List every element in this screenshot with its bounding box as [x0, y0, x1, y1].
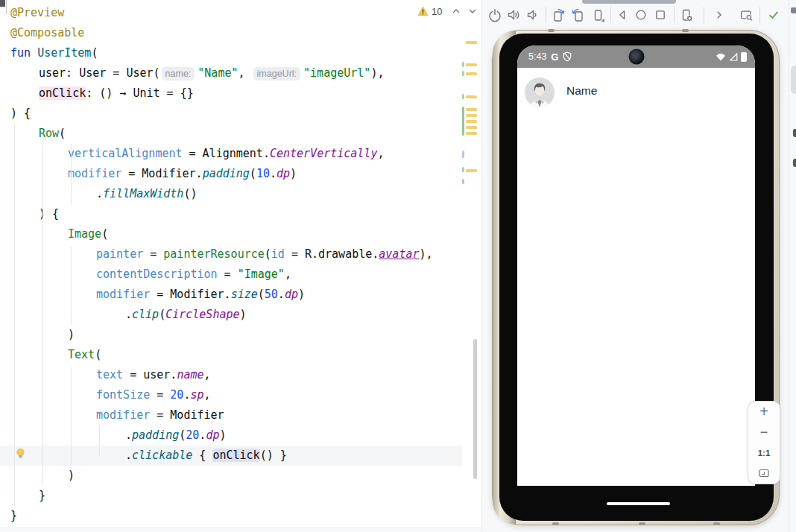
previous-problem-icon[interactable]	[449, 5, 463, 17]
rotate-left-button[interactable]	[549, 6, 567, 24]
code-token[interactable]: ,	[377, 147, 384, 160]
code-token[interactable]: )	[68, 469, 75, 482]
code-token[interactable]: ,	[239, 66, 252, 80]
code-token[interactable]: (	[95, 348, 101, 361]
code-token[interactable]: UserItem	[37, 46, 91, 60]
panel-scrollbar-thumb[interactable]	[791, 66, 796, 94]
code-token[interactable]: CircleShape	[165, 308, 239, 321]
warning-stripe-mark[interactable]	[466, 63, 477, 66]
user-item-row[interactable]: Name	[517, 68, 755, 120]
code-token[interactable]: padding	[203, 167, 250, 180]
code-token[interactable]: }	[10, 509, 17, 522]
fold-posture-button[interactable]	[589, 6, 607, 24]
code-token[interactable]: Text	[68, 348, 95, 361]
inline-parameter-hint[interactable]: imageUrl:	[253, 67, 301, 80]
code-token[interactable]: "Image"	[238, 267, 285, 281]
zoom-in-button[interactable]: +	[749, 402, 779, 421]
panel-drag-handle[interactable]	[582, 0, 676, 4]
editor-scrollbar-thumb[interactable]	[473, 339, 477, 479]
tool-stripe-icon[interactable]	[791, 7, 796, 13]
code-token[interactable]: modifier	[96, 408, 150, 422]
code-token[interactable]: = Modifier	[150, 408, 224, 422]
code-line[interactable]: )	[0, 325, 481, 345]
code-line[interactable]: @Composable	[0, 23, 481, 43]
code-line[interactable]: modifier = Modifier.padding(10.dp)	[0, 164, 481, 184]
vcs-change-mark[interactable]	[462, 107, 464, 136]
code-line[interactable]: .clip(CircleShape)	[0, 305, 481, 325]
code-token[interactable]: text	[96, 368, 123, 381]
code-line[interactable]: )	[0, 466, 481, 486]
code-token[interactable]: {	[192, 449, 212, 462]
code-token[interactable]: CenterVertically	[270, 147, 378, 160]
warning-stripe-mark[interactable]	[466, 108, 477, 111]
warning-stripe-mark[interactable]	[466, 126, 477, 129]
code-token[interactable]: clip	[132, 308, 159, 321]
code-token[interactable]: @Preview	[10, 6, 64, 19]
code-token[interactable]: = user.	[123, 368, 177, 381]
code-token[interactable]: "imageUrl"	[303, 66, 370, 80]
code-token[interactable]: )	[68, 328, 75, 341]
warning-stripe-mark[interactable]	[466, 114, 477, 117]
code-line[interactable]: ) {	[0, 204, 481, 224]
warning-stripe-mark[interactable]	[466, 41, 477, 44]
code-token[interactable]: ,	[204, 388, 211, 402]
code-token[interactable]: (	[265, 247, 271, 261]
code-editor[interactable]: @Preview@Composablefun UserItem(user: Us…	[0, 0, 481, 532]
code-token[interactable]: avatar	[379, 247, 419, 261]
code-token[interactable]: onClick	[39, 86, 86, 100]
code-line[interactable]: modifier = Modifier.size(50.dp)	[0, 285, 481, 305]
code-token[interactable]: (	[250, 167, 256, 180]
home-button[interactable]	[632, 6, 650, 24]
code-token[interactable]: .	[278, 288, 285, 301]
code-token[interactable]: painter	[96, 247, 143, 261]
code-token[interactable]: =	[218, 267, 238, 281]
device-settings-button[interactable]	[677, 6, 695, 24]
vcs-change-mark[interactable]	[462, 179, 464, 184]
code-token[interactable]: @Composable	[10, 26, 84, 39]
code-token[interactable]: onClick	[212, 449, 259, 462]
warning-stripe-mark[interactable]	[466, 72, 477, 75]
code-line[interactable]: fun UserItem(	[0, 43, 481, 63]
code-token[interactable]: }	[39, 489, 45, 502]
code-token[interactable]: = Modifier.	[150, 288, 230, 301]
overview-button[interactable]	[651, 6, 669, 24]
warning-stripe-mark[interactable]	[466, 120, 477, 123]
code-token[interactable]: () }	[260, 449, 287, 462]
code-token[interactable]: ()	[183, 187, 197, 200]
zoom-actual-size-button[interactable]: 1:1	[749, 443, 779, 462]
warning-stripe-mark[interactable]	[466, 132, 477, 135]
zoom-fit-button[interactable]	[749, 464, 779, 483]
code-line[interactable]: modifier = Modifier	[0, 405, 481, 425]
check-button[interactable]	[765, 6, 783, 24]
code-token[interactable]: painterResource	[163, 247, 264, 261]
code-line[interactable]: @Preview	[0, 3, 481, 23]
back-button[interactable]	[613, 6, 631, 24]
code-token[interactable]: .	[125, 428, 132, 442]
intention-bulb-icon[interactable]	[15, 448, 26, 463]
code-line[interactable]: fontSize = 20.sp,	[0, 385, 481, 405]
chevron-right-button[interactable]	[710, 6, 728, 24]
code-token[interactable]: 20	[170, 388, 183, 402]
code-token[interactable]: =	[143, 247, 163, 261]
code-line[interactable]: .clickable { onClick() }	[0, 446, 481, 466]
code-token[interactable]: 10	[256, 167, 270, 180]
code-line[interactable]: text = user.name,	[0, 365, 481, 385]
power-button[interactable]	[486, 6, 504, 24]
code-token[interactable]: fontSize	[96, 388, 150, 402]
code-token[interactable]: user: User = User(	[39, 66, 160, 80]
code-line[interactable]: Image(	[0, 224, 481, 244]
inline-parameter-hint[interactable]: name:	[162, 67, 195, 80]
vcs-change-mark[interactable]	[462, 71, 464, 76]
code-token[interactable]: )	[240, 308, 247, 321]
code-token[interactable]: clickable	[132, 449, 192, 462]
rotate-right-button[interactable]	[569, 6, 587, 24]
warning-stripe-mark[interactable]	[466, 169, 477, 172]
code-token[interactable]: (	[258, 288, 265, 301]
code-line[interactable]: painter = painterResource(id = R.drawabl…	[0, 244, 481, 265]
code-token[interactable]: fillMaxWidth	[103, 187, 183, 200]
code-token[interactable]: padding	[132, 428, 179, 442]
screenshot-zoom-button[interactable]	[737, 6, 755, 24]
code-token[interactable]: )	[290, 167, 297, 180]
code-area[interactable]: @Preview@Composablefun UserItem(user: Us…	[0, 3, 481, 526]
vcs-change-mark[interactable]	[462, 62, 464, 67]
